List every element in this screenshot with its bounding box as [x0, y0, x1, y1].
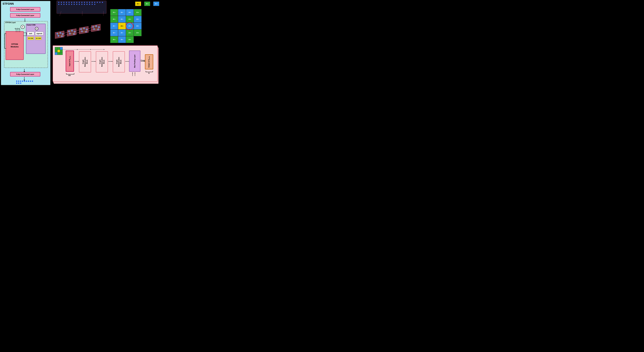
output-block: Output of ASTFG — [145, 54, 153, 69]
fc-layer-top2: Fully-Connected Layer — [10, 13, 40, 18]
matrix-cell: ATG — [126, 29, 134, 36]
gated-cnn-label: Gated CNN — [27, 24, 36, 26]
matrix-cell: ATG — [126, 16, 134, 23]
legend-row: ASG ATG ATC — [135, 1, 159, 6]
svg-marker-69 — [104, 49, 105, 50]
mini-cell — [55, 52, 57, 55]
loop-arrow — [4, 33, 6, 48]
stfgn-modules-label: STFGNModules — [11, 43, 19, 48]
input-dots — [16, 81, 34, 84]
mini-cell — [58, 47, 60, 50]
legend-asg-cell: ASG — [135, 1, 141, 6]
matrix-3x4: ATG ATC ATG ATC ASG ATC ATC ATC ATG ATG … — [110, 16, 160, 43]
matrix-cell: ATG — [134, 9, 142, 16]
stfgn-modules-box: STFGNModules — [6, 31, 24, 60]
matrix-cell: ATG — [110, 16, 118, 23]
svg-marker-65 — [77, 49, 78, 50]
gmb-block-3: GraphMultiplicationBlock — [113, 51, 125, 72]
times-circle: × — [35, 27, 38, 30]
maxpool-block: Max Pooling Layer — [129, 50, 140, 72]
input-dot — [18, 82, 19, 84]
matrix-cell: ATG — [110, 9, 118, 16]
stfgnn-title: STFGNN — [2, 2, 14, 5]
arrow-gmb2-gmb3 — [108, 61, 113, 62]
mini-cell — [55, 47, 57, 50]
cnn1d-box1: 1D CNN — [28, 37, 34, 40]
stfgnn-panel: STFGNN Fully-Connected Layer Fully-Conne… — [1, 1, 50, 85]
legend-atg: ATG — [144, 1, 150, 6]
svg-text:t3: t3 — [81, 24, 82, 26]
legend-atc: ATC — [153, 1, 159, 6]
arrow-stfgn-to-fc — [24, 69, 24, 71]
matrix-area: ASG ATG ATC ATG ATC ATC ATG ATC ASG ATC … — [110, 1, 160, 41]
svg-line-7 — [60, 11, 61, 16]
stfgn-module-area: STFGN Module Input of ASTFG KN GraphMul — [52, 44, 160, 86]
matrix-cell-highlighted: ATC — [126, 23, 134, 29]
input-dot — [26, 81, 27, 82]
arrows-into-maxpool — [131, 72, 137, 76]
matrix-cell: ATC — [118, 9, 126, 16]
input-dot — [20, 81, 21, 82]
mini-cell — [60, 50, 62, 52]
stfgn-module-label: STFGN Module — [54, 84, 67, 86]
legend-atg-cell: ATG — [144, 1, 150, 6]
gmb-block-1: GraphMultiplicationBlock — [79, 51, 91, 72]
arrow-fc-down — [25, 18, 25, 21]
svg-marker-83 — [134, 72, 136, 73]
arrow-gmb1-gmb2 — [91, 61, 96, 62]
matrix-cell: ATG — [110, 36, 118, 43]
svg-marker-6 — [26, 33, 27, 34]
kn-label: KN — [68, 75, 70, 76]
input-dot — [20, 82, 21, 84]
fc-layer-bottom: Fully-Connected Layer — [10, 72, 40, 76]
tanh-box: tanh — [27, 32, 34, 35]
gmb-label-3: GraphMultiplicationBlock — [116, 57, 122, 67]
n-brace — [146, 71, 153, 72]
sigmoid-box: sigmoid — [35, 32, 44, 35]
matrix-cell: ATG — [126, 36, 134, 43]
mini-cell — [60, 47, 62, 50]
gmb-block-2: GraphMultiplicationBlock — [96, 51, 108, 72]
matrix-cell: ATC — [118, 16, 126, 23]
svg-text:t1: t1 — [57, 29, 59, 31]
mini-matrix — [55, 47, 63, 55]
gmb-label-1: GraphMultiplicationBlock — [82, 57, 88, 67]
mini-cell — [55, 50, 57, 52]
output-block-label: Output of ASTFG — [148, 56, 150, 68]
input-dot — [22, 81, 23, 82]
st-graph-area: // We'll just render dots inline via spa… — [52, 1, 110, 41]
mini-cell — [60, 52, 62, 55]
input-dot — [30, 81, 31, 82]
matrix-cell: ATC — [110, 23, 118, 29]
svg-text:t2: t2 — [69, 27, 70, 28]
time-slices-svg: t1 t2 t3 — [52, 11, 110, 41]
input-dot — [16, 82, 17, 84]
arrow-input-gmb1 — [74, 61, 79, 62]
svg-text:t4: t4 — [93, 22, 95, 24]
svg-marker-81 — [132, 72, 133, 73]
mini-cell — [58, 52, 60, 55]
modules-to-gated-svg — [24, 30, 27, 39]
matrix-cell: ATC — [110, 29, 118, 36]
arrow-fc-bottom-out — [24, 77, 24, 80]
input-dot — [28, 81, 29, 82]
matrix-cell: ATC — [118, 29, 126, 36]
fc-layer-top1: Fully-Connected Layer — [10, 7, 40, 12]
kn-brace — [66, 73, 74, 74]
mini-cell — [58, 50, 60, 52]
n-label: N — [148, 72, 150, 74]
cnn1d-box2: 1D CNN — [35, 37, 42, 40]
input-dot — [24, 81, 25, 82]
input-dot — [18, 81, 19, 82]
legend-asg: ASG — [135, 1, 141, 6]
matrix-cell: ASG — [118, 23, 126, 29]
input-block-label: Input of ASTFG — [69, 56, 71, 66]
input-dot — [32, 81, 33, 82]
maxpool-label: Max Pooling Layer — [134, 54, 136, 68]
input-block: Input of ASTFG — [66, 50, 74, 72]
triple-arrows-svg — [15, 28, 22, 32]
gmb-label-2: GraphMultiplicationBlock — [99, 57, 105, 67]
stfgn-layer-label: STFGN Layer — [5, 21, 16, 23]
matrix-cell: ATC — [118, 36, 126, 43]
input-dot — [16, 81, 17, 82]
